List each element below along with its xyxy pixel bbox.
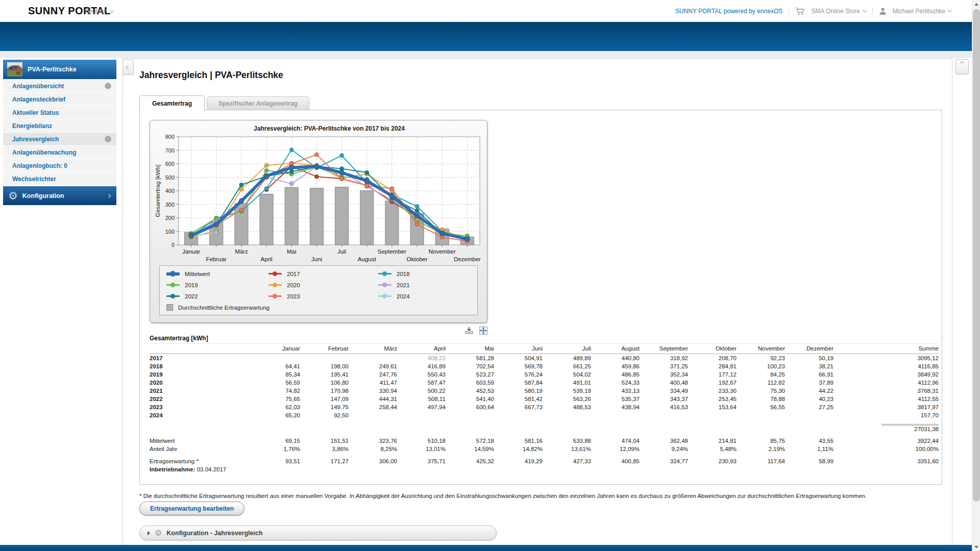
tab-bar: Gesamtertrag Spezifischer Anlagenertrag bbox=[139, 95, 309, 110]
month-column-header: Summe bbox=[834, 344, 939, 354]
legend-marker-icon bbox=[268, 273, 282, 274]
legend-marker-icon bbox=[378, 284, 391, 286]
sidebar-config-label: Konfiguration bbox=[22, 192, 64, 199]
legend-marker-icon bbox=[166, 272, 180, 276]
gear-icon: ⚙ bbox=[8, 190, 18, 201]
legend-label: 2020 bbox=[287, 282, 300, 288]
tab-gesamtertrag[interactable]: Gesamtertrag bbox=[139, 95, 205, 111]
config-accordion-header[interactable]: ⚙ Konfiguration - Jahresvergleich bbox=[139, 525, 497, 540]
legend-item-2021: 2021 bbox=[378, 282, 471, 288]
svg-text:300: 300 bbox=[165, 202, 175, 208]
yearly-comparison-chart: 0100200300400500600700800Jahresvergleich… bbox=[153, 123, 484, 264]
chart-legend: Mittelwert201720182019202020212022202320… bbox=[159, 265, 478, 315]
table-row: Ertragserwartung *93,51171,27306,00375,7… bbox=[150, 457, 939, 465]
sidebar-item-jahresvergleich[interactable]: Jahresvergleich bbox=[3, 133, 116, 145]
sidebar-item-anlagenübersicht[interactable]: Anlagenübersicht bbox=[3, 80, 116, 92]
svg-text:Jahresvergleich: PVA-Perlitsch: Jahresvergleich: PVA-Perlitschke von 201… bbox=[254, 125, 405, 132]
table-row: 202056,59106,80411,47587,47603,59587,844… bbox=[150, 379, 939, 387]
svg-text:Gesamtertrag [kWh]: Gesamtertrag [kWh] bbox=[155, 165, 161, 217]
legend-label: 2017 bbox=[287, 271, 300, 277]
chevron-down-icon bbox=[862, 8, 866, 12]
user-menu[interactable]: Michael Perlitschke bbox=[893, 8, 951, 15]
sidebar-item-anlagenüberwachung[interactable]: Anlagenüberwachung bbox=[3, 146, 116, 159]
chevron-right-icon bbox=[107, 193, 111, 197]
svg-text:August: August bbox=[358, 256, 377, 262]
svg-text:Dezember: Dezember bbox=[454, 256, 481, 262]
legend-label: Mittelwert bbox=[185, 271, 210, 277]
sidebar-item-label: Wechselrichter bbox=[12, 176, 56, 183]
svg-text:600: 600 bbox=[165, 161, 175, 167]
legend-marker-icon bbox=[166, 295, 180, 297]
yield-table-title: Gesamtertrag [kWh] bbox=[150, 335, 939, 342]
legend-label: 2023 bbox=[287, 293, 300, 299]
legend-item-2024: 2024 bbox=[378, 293, 471, 299]
chevron-down-icon bbox=[110, 8, 114, 12]
sidebar-item-aktueller-status[interactable]: Aktueller Status bbox=[3, 106, 116, 119]
tab-spezifischer-anlagenertrag[interactable]: Spezifischer Anlagenertrag bbox=[207, 96, 309, 110]
edit-expectation-button[interactable]: Ertragserwartung bearbeiten bbox=[139, 502, 244, 515]
commissioning-row: Inbetriebnahme: 03.04.2017 bbox=[150, 465, 939, 473]
spacer-row bbox=[150, 433, 939, 437]
legend-label: 2022 bbox=[185, 293, 198, 299]
legend-label: 2019 bbox=[185, 282, 198, 288]
spacer-row bbox=[150, 453, 939, 457]
legend-marker-icon bbox=[268, 295, 282, 297]
top-right-nav: SUNNY PORTAL powered by ennexOS SMA Onli… bbox=[675, 0, 951, 22]
month-column-header: Februar bbox=[300, 344, 349, 354]
yearly-comparison-chart-panel: 0100200300400500600700800Jahresvergleich… bbox=[150, 120, 487, 323]
table-row: 202174,82170,98330,94500,22452,53580,195… bbox=[150, 387, 939, 395]
legend-marker-icon bbox=[378, 273, 391, 274]
legend-item-2017: 2017 bbox=[268, 270, 378, 277]
collapse-sidebar-button[interactable] bbox=[122, 60, 134, 75]
gear-icon: ⚙ bbox=[155, 529, 162, 537]
legend-item-2023: 2023 bbox=[268, 293, 378, 299]
legend-label: 2021 bbox=[397, 282, 410, 288]
chevron-left-icon bbox=[126, 65, 130, 69]
sidebar-item-label: Anlagenübersicht bbox=[12, 83, 64, 90]
sidebar-item-anlagenlogbuch-0[interactable]: Anlagenlogbuch: 0 bbox=[3, 159, 116, 172]
powered-by-link[interactable]: SUNNY PORTAL powered by ennexOS bbox=[675, 8, 782, 15]
sidebar-item-label: Anlagenüberwachung bbox=[12, 149, 76, 156]
store-label: SMA Online Store bbox=[811, 8, 860, 15]
scroll-up-arrow[interactable] bbox=[972, 0, 980, 8]
svg-text:März: März bbox=[235, 248, 248, 255]
legend-item-2020: 2020 bbox=[268, 282, 378, 288]
language-select[interactable]: Deutsch bbox=[85, 8, 113, 15]
table-row: Anteil Jahr1,76%3,86%8,25%13,01%14,59%14… bbox=[150, 445, 939, 453]
month-column-header: Mai bbox=[446, 344, 494, 354]
table-row: Mittelwert69,15151,51323,76510,18572,185… bbox=[150, 437, 939, 445]
blue-banner bbox=[0, 22, 980, 51]
svg-text:700: 700 bbox=[165, 147, 175, 154]
store-menu[interactable]: SMA Online Store bbox=[811, 8, 866, 15]
month-column-header: September bbox=[640, 344, 688, 354]
collapse-content-button[interactable] bbox=[955, 59, 969, 74]
table-row: 2017408,22581,28504,91489,89440,80318,92… bbox=[150, 354, 939, 362]
svg-text:Mai: Mai bbox=[287, 248, 297, 255]
vertical-scrollbar[interactable] bbox=[972, 0, 980, 551]
legend-label: 2018 bbox=[397, 271, 410, 277]
plant-sidebar: PVA-Perlitschke AnlagenübersichtAnlagens… bbox=[3, 60, 116, 205]
legend-label: Durchschnittliche Ertragserwartung bbox=[178, 305, 270, 311]
svg-text:Oktober: Oktober bbox=[407, 256, 428, 262]
table-row: 201864,41198,00249,61416,89702,54569,786… bbox=[150, 362, 939, 370]
chevron-up-icon bbox=[960, 61, 964, 65]
sidebar-item-label: Energiebilanz bbox=[12, 122, 52, 130]
page-title: Jahresvergleich | PVA-Perlitschke bbox=[139, 70, 283, 81]
sidebar-item-wechselrichter[interactable]: Wechselrichter bbox=[3, 172, 116, 185]
svg-text:September: September bbox=[378, 248, 406, 255]
sidebar-item-anlagensteckbrief[interactable]: Anlagensteckbrief bbox=[3, 93, 116, 106]
sidebar-item-energiebilanz[interactable]: Energiebilanz bbox=[3, 119, 116, 132]
legend-marker-icon bbox=[268, 284, 282, 286]
globe-icon bbox=[105, 136, 111, 142]
sidebar-item-konfiguration[interactable]: ⚙ Konfiguration bbox=[3, 186, 116, 205]
legend-item-2019: 2019 bbox=[166, 282, 268, 288]
yield-table-section: Gesamtertrag [kWh] JanuarFebruarMärzApri… bbox=[150, 335, 939, 473]
spacer-row bbox=[150, 419, 939, 423]
sidebar-plant-header[interactable]: PVA-Perlitschke bbox=[3, 60, 116, 79]
legend-marker-icon bbox=[166, 284, 180, 286]
month-column-header: November bbox=[737, 344, 785, 354]
svg-text:Juni: Juni bbox=[311, 256, 322, 262]
scrollbar-thumb[interactable] bbox=[973, 9, 980, 502]
scroll-down-arrow[interactable] bbox=[972, 543, 980, 551]
sidebar-item-label: Aktueller Status bbox=[12, 109, 59, 116]
